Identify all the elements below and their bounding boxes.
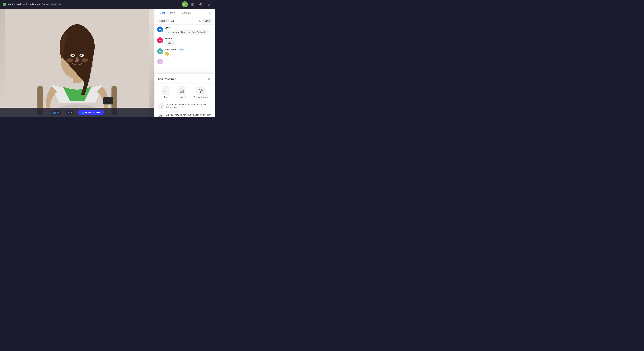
svg-point-7 [72, 54, 74, 56]
resource-list: What do you love the most about Demio? P… [154, 101, 215, 117]
poll-resource-subtitle: Poll, 4 options [166, 106, 211, 108]
external-link-icon[interactable] [209, 12, 212, 15]
main-content: 👥 19 🖥 2 👥 GO ON STAGE Chat Polls Handou… [0, 9, 215, 117]
featured-action-type-label: Featured Action [194, 96, 208, 98]
chat-message: A Ansley Hello :) [157, 38, 212, 46]
dave-name: Dave [164, 26, 212, 29]
go-on-stage-icon: 👥 [81, 111, 84, 114]
user-avatar-button[interactable]: WY [182, 1, 188, 8]
modal-header: Add Resource × [154, 74, 215, 84]
ansley-name: Ansley [164, 38, 212, 40]
svg-line-17 [210, 12, 212, 13]
svg-point-33 [160, 116, 162, 117]
svg-point-10 [66, 58, 73, 62]
go-on-stage-button[interactable]: 👥 GO ON STAGE [78, 110, 104, 115]
dave-message-bubble: Hey everyone! Dave here from California. [164, 30, 209, 35]
screens-count-badge: 🖥 2 [65, 110, 74, 115]
session-timer: 0:33 [50, 3, 57, 6]
chevron-down-icon: ▾ [166, 20, 167, 22]
svg-point-23 [199, 89, 202, 92]
wyatt-message-content: Wyatt Demo Host 👋 [164, 48, 212, 56]
svg-point-9 [80, 54, 82, 56]
partial-avatar: J [157, 59, 163, 64]
attendees-count: 19 [57, 111, 59, 114]
top-bar-right: WY [182, 1, 212, 8]
resource-type-poll[interactable]: Poll [162, 86, 170, 98]
exit-icon-button[interactable] [206, 1, 212, 8]
chat-message: J [157, 59, 212, 64]
wyatt-emoji-message: 👋 [164, 51, 170, 56]
resource-type-featured-action[interactable]: Featured Action [194, 86, 208, 98]
settings-icon-button[interactable] [198, 1, 204, 8]
svg-point-11 [82, 58, 88, 62]
session-dot: D [3, 3, 6, 6]
tab-handouts[interactable]: Handouts [178, 9, 193, 17]
resource-type-handout[interactable]: Handout [178, 86, 186, 98]
edit-icon-button[interactable] [190, 1, 196, 8]
poll-resource-icon [158, 103, 164, 109]
visibility-label: Public [159, 20, 165, 22]
tab-chat[interactable]: Chat [157, 9, 168, 17]
ansley-message-bubble: Hello :) [164, 40, 176, 46]
online-dot [161, 42, 163, 43]
top-bar: D My First Webinar Experience on Demio 0… [0, 0, 215, 9]
handout-type-label: Handout [178, 96, 186, 98]
visibility-filter-button[interactable]: Public ▾ [157, 19, 168, 23]
go-on-stage-label: GO ON STAGE [85, 111, 100, 114]
resource-item-featured-action[interactable]: Did you know we have a free Demio univer… [154, 112, 215, 117]
svg-point-24 [200, 90, 201, 92]
video-bottom-bar: 👥 19 🖥 2 👥 GO ON STAGE [0, 108, 154, 117]
svg-point-16 [106, 99, 110, 102]
attendees-icon: 👥 [53, 111, 56, 114]
featured-action-resource-title: Did you know we have a free Demio univer… [166, 114, 211, 117]
chat-message: W Wyatt Demo Host 👋 [157, 48, 212, 56]
dave-message-content: Dave Hey everyone! Dave here from Califo… [164, 26, 212, 35]
poll-resource-info: What do you love the most about Demio? P… [166, 103, 211, 108]
video-area: 👥 19 🖥 2 👥 GO ON STAGE [0, 9, 154, 117]
screens-count: 2 [71, 111, 72, 114]
right-panel: Chat Polls Handouts Public ▾ All ? @ Adm… [154, 9, 215, 117]
help-icon[interactable]: ? [196, 20, 197, 22]
top-bar-left: D My First Webinar Experience on Demio 0… [3, 3, 60, 6]
tab-polls[interactable]: Polls [168, 9, 178, 17]
audience-filter-label: All [170, 19, 175, 23]
host-badge: Host [178, 48, 184, 51]
online-dot [161, 31, 163, 32]
poll-type-icon [162, 86, 170, 95]
chat-filter-bar: Public ▾ All ? @ Admin [154, 18, 215, 24]
ansley-avatar: A [157, 38, 163, 43]
dave-avatar: D [157, 26, 163, 32]
video-feed [0, 9, 154, 117]
modal-title: Add Resource [158, 78, 176, 81]
admin-badge: Admin [202, 19, 212, 23]
wyatt-avatar: W [157, 48, 163, 54]
wyatt-name: Wyatt Demo Host [164, 48, 212, 51]
presenter-video [0, 9, 154, 117]
poll-resource-title: What do you love the most about Demio? [166, 103, 211, 106]
live-indicator [59, 4, 60, 5]
session-title: My First Webinar Experience on Demio [8, 3, 48, 6]
featured-action-resource-icon [158, 114, 164, 117]
add-resource-modal: Add Resource × Poll [154, 74, 215, 117]
featured-action-type-icon [196, 86, 205, 95]
resource-types: Poll Handout [154, 84, 215, 101]
svg-point-0 [200, 4, 202, 5]
chat-message: D Dave Hey everyone! Dave here from Cali… [157, 26, 212, 35]
handout-type-icon [178, 86, 186, 95]
modal-close-button[interactable]: × [206, 77, 211, 82]
poll-type-label: Poll [164, 96, 168, 98]
screens-icon: 🖥 [68, 111, 70, 114]
featured-action-resource-info: Did you know we have a free Demio univer… [166, 114, 211, 117]
panel-tabs: Chat Polls Handouts [154, 9, 215, 18]
filter-icons: ? @ [196, 20, 201, 22]
ansley-message-content: Ansley Hello :) [164, 38, 212, 46]
mention-icon[interactable]: @ [198, 20, 201, 22]
online-dot [161, 52, 163, 54]
attendees-count-badge: 👥 19 [50, 110, 62, 115]
svg-point-32 [160, 116, 162, 117]
resource-item-poll[interactable]: What do you love the most about Demio? P… [154, 101, 215, 112]
